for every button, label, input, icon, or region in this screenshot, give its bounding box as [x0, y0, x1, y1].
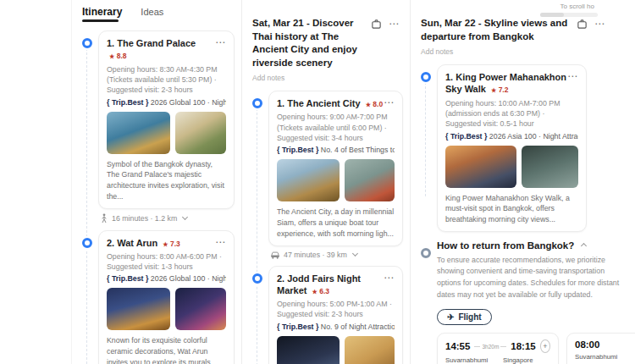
flight-card-alternate[interactable]: 08:00 Suvarnabhumi Airport Shorter durat… — [566, 333, 635, 364]
trip-best-badge: Trip.Best 2026 Global 100 · Night Attrac… — [107, 98, 226, 107]
tab-itinerary[interactable]: Itinerary — [82, 6, 122, 22]
trip-best-badge: Trip.Best 2026 Asia 100 · Night Attracti… — [445, 132, 578, 141]
more-options-icon[interactable]: ⋯ — [567, 71, 578, 81]
transport-section-marker-icon — [421, 248, 431, 258]
chevron-down-icon — [352, 251, 358, 256]
add-notes-field[interactable]: Add notes — [411, 43, 635, 56]
place-title: 2. Wat Arun ★ 7.3 — [107, 237, 215, 249]
add-flight-button[interactable]: + — [540, 339, 550, 353]
location-marker-icon — [252, 273, 262, 284]
day-title: Sat, Mar 21 - Discover Thai history at T… — [252, 17, 364, 69]
place-card-ancient-city[interactable]: 1. The Ancient City ★ 8.0 ⋯ Opening hour… — [268, 91, 403, 245]
day-header: Sun, Mar 22 - Skyline views and departur… — [411, 0, 616, 43]
more-options-icon[interactable]: ⋯ — [594, 19, 605, 29]
photo-row — [277, 336, 395, 364]
place-photo[interactable] — [107, 112, 170, 154]
rating-badge: ★ 7.2 — [491, 85, 508, 94]
flight-duration: 3h20m — [474, 344, 506, 350]
opening-hours: Opening hours: 9:00 AM-7:00 PM (Tickets … — [277, 112, 395, 143]
tab-ideas[interactable]: Ideas — [141, 7, 163, 17]
return-transport-section: How to return from Bangkok? To ensure ac… — [421, 240, 628, 364]
opening-hours: Opening hours: 5:00 PM-1:00 AM · Suggest… — [277, 299, 395, 320]
trip-best-badge: Trip.Best No. 4 of Best Things to Do in … — [277, 146, 395, 154]
more-options-icon[interactable]: ⋯ — [215, 37, 226, 47]
transport-row-walk[interactable]: 16 minutes · 1.2 km — [82, 213, 235, 223]
day-title: Sun, Mar 22 - Skyline views and departur… — [421, 17, 570, 43]
photo-row — [445, 146, 578, 188]
place-photo[interactable] — [522, 146, 578, 188]
place-photo[interactable] — [277, 159, 340, 201]
day-entries: 1. King Power Mahanakhon Sky Walk ★ 7.2 … — [421, 64, 587, 232]
return-section-title[interactable]: How to return from Bangkok? — [437, 240, 628, 251]
flight-mode-pill[interactable]: ✈ Flight — [437, 309, 492, 325]
rating-badge: ★ 6.3 — [312, 287, 329, 295]
arrival-airport: Singapore Changi Airp... T2 — [503, 356, 550, 364]
walk-icon — [100, 213, 108, 223]
star-icon: ★ — [312, 289, 318, 295]
list-item: 2. Jodd Fairs Night Market ★ 6.3 ⋯ Openi… — [252, 266, 403, 364]
luggage-icon[interactable] — [371, 19, 382, 30]
departure-time: 08:00 — [575, 339, 599, 350]
flight-options-row: 14:55 3h20m 18:15 + Suvarnabhumi Airport… — [437, 333, 635, 364]
place-title: 2. Jodd Fairs Night Market ★ 6.3 — [277, 273, 384, 297]
departure-airport: Suvarnabhumi Airport — [445, 356, 493, 364]
day-column-sun-mar-22: Sun, Mar 22 - Skyline views and departur… — [411, 0, 635, 364]
opening-hours: Opening hours: 8:00 AM-6:00 PM · Suggest… — [107, 251, 226, 273]
opening-hours: Opening hours: 10:00 AM-7:00 PM (admissi… — [445, 98, 578, 130]
arrival-time: 18:15 — [511, 341, 535, 351]
place-title: 1. The Ancient City ★ 8.0 — [277, 97, 384, 109]
luggage-icon[interactable] — [577, 19, 588, 30]
list-item: 1. King Power Mahanakhon Sky Walk ★ 7.2 … — [421, 64, 587, 232]
trip-best-badge: Trip.Best No. 9 of Night Attractions in … — [277, 323, 395, 331]
more-options-icon[interactable]: ⋯ — [215, 237, 226, 247]
star-icon: ★ — [163, 241, 168, 247]
car-icon — [270, 251, 280, 259]
list-item: 2. Wat Arun ★ 7.3 ⋯ Opening hours: 8:00 … — [82, 230, 235, 364]
place-photo[interactable] — [277, 336, 340, 364]
place-photo[interactable] — [345, 159, 395, 201]
place-photo[interactable] — [175, 112, 226, 154]
place-card-wat-arun[interactable]: 2. Wat Arun ★ 7.3 ⋯ Opening hours: 8:00 … — [98, 230, 235, 364]
place-description: The Ancient City, a day in millennial Si… — [277, 207, 395, 239]
list-item: 1. The Ancient City ★ 8.0 ⋯ Opening hour… — [252, 91, 403, 245]
place-photo[interactable] — [107, 288, 170, 330]
flight-card-recommended[interactable]: 14:55 3h20m 18:15 + Suvarnabhumi Airport… — [437, 333, 559, 364]
list-item: 1. The Grand Palace ★ 8.8 ⋯ Opening hour… — [82, 30, 235, 209]
chevron-down-icon — [182, 214, 188, 220]
place-title: 1. The Grand Palace ★ 8.8 — [107, 37, 215, 62]
more-options-icon[interactable]: ⋯ — [389, 19, 400, 29]
rating-badge: ★ 7.3 — [163, 240, 179, 248]
place-description: King Power Mahanakhon Sky Walk, a must-v… — [445, 193, 578, 225]
rating-badge: ★ 8.8 — [109, 52, 126, 60]
departure-time: 14:55 — [445, 341, 470, 351]
place-photo[interactable] — [175, 288, 226, 330]
more-options-icon[interactable]: ⋯ — [384, 97, 395, 108]
tab-bar: Itinerary Ideas — [72, 0, 241, 22]
add-notes-field[interactable]: Add notes — [242, 69, 410, 82]
location-marker-icon — [252, 98, 262, 108]
star-icon: ★ — [491, 87, 496, 93]
place-card-grand-palace[interactable]: 1. The Grand Palace ★ 8.8 ⋯ Opening hour… — [98, 30, 235, 209]
departure-airport: Suvarnabhumi Airport — [575, 353, 622, 364]
trip-best-badge: Trip.Best 2026 Global 100 · Night Attrac… — [107, 274, 226, 283]
schedule-disclaimer: To ensure accurate recommendations, we p… — [437, 255, 628, 301]
photo-row — [107, 288, 226, 330]
transport-row-car[interactable]: 47 minutes · 39 km — [252, 251, 403, 259]
chevron-up-icon — [581, 243, 587, 249]
place-card-mahanakhon[interactable]: 1. King Power Mahanakhon Sky Walk ★ 7.2 … — [437, 64, 587, 232]
photo-row — [277, 159, 395, 201]
place-photo[interactable] — [345, 336, 395, 364]
place-description: Symbol of the Bangkok dynasty, The Grand… — [107, 159, 226, 202]
place-description: Known for its exquisite colorful ceramic… — [107, 335, 226, 364]
more-options-icon[interactable]: ⋯ — [384, 273, 395, 283]
place-photo[interactable] — [445, 146, 516, 188]
day-header: Sat, Mar 21 - Discover Thai history at T… — [242, 0, 410, 69]
itinerary-column: Itinerary Ideas 1. The Grand Palace ★ 8.… — [71, 0, 242, 364]
star-icon: ★ — [109, 53, 114, 59]
place-title: 1. King Power Mahanakhon Sky Walk ★ 7.2 — [445, 71, 567, 96]
opening-hours: Opening hours: 8:30 AM-4:30 PM (Tickets … — [107, 64, 226, 96]
itinerary-entries: 1. The Grand Palace ★ 8.8 ⋯ Opening hour… — [82, 30, 235, 364]
star-icon: ★ — [366, 102, 371, 108]
photo-row — [107, 112, 226, 154]
place-card-jodd-fairs[interactable]: 2. Jodd Fairs Night Market ★ 6.3 ⋯ Openi… — [268, 266, 403, 364]
